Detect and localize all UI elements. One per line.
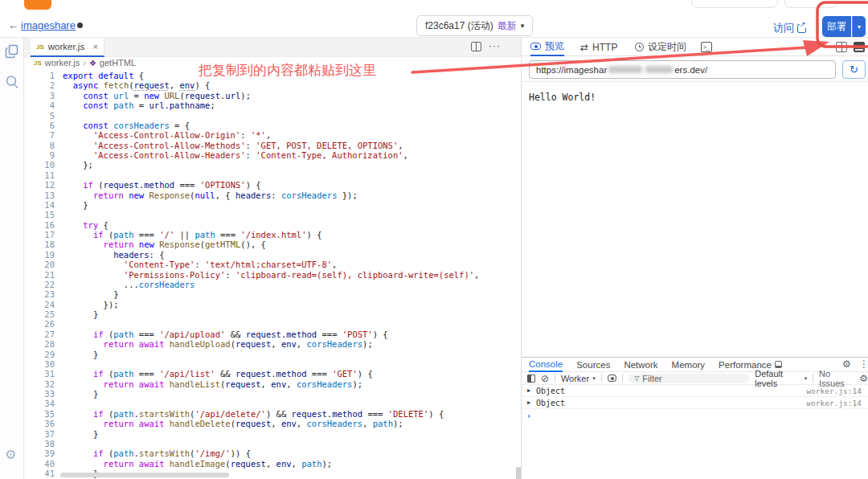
devtools-tab-network[interactable]: Network (624, 358, 657, 372)
console-log-entry[interactable]: ▶Objectworker.js:14 (522, 385, 868, 397)
line-number: 26 (24, 319, 55, 329)
devtools-tab-sources[interactable]: Sources (576, 358, 610, 372)
code-line[interactable]: } (63, 200, 514, 210)
code-line[interactable]: if (path === '/api/upload' && request.me… (63, 330, 514, 339)
code-line[interactable]: try { (63, 220, 514, 230)
chevron-down-icon: ▾ (521, 22, 525, 30)
code-line[interactable]: return new Response(null, { headers: cor… (63, 190, 514, 200)
breadcrumb-file[interactable]: worker.js (45, 58, 80, 68)
code-line[interactable]: } (63, 429, 514, 439)
devtools-tab-console[interactable]: Console (529, 358, 563, 372)
horizontal-scrollbar[interactable] (60, 473, 229, 477)
top-cropped-button[interactable] (691, 0, 778, 8)
code-line[interactable]: } (63, 309, 514, 319)
code-line[interactable]: 'Access-Control-Allow-Origin': '*', (63, 130, 514, 140)
layout-grid-icon[interactable] (836, 42, 847, 52)
code-line[interactable] (63, 439, 514, 448)
code-line[interactable]: } (63, 350, 514, 359)
code-line[interactable]: const corsHeaders = { (63, 121, 514, 130)
code-line[interactable] (63, 319, 514, 329)
breadcrumb-symbol[interactable]: getHTML (100, 58, 136, 68)
code-line[interactable]: if (path === '/' || path === '/index.htm… (63, 230, 514, 240)
back-arrow-icon[interactable]: ← (8, 19, 18, 31)
tab-http[interactable]: ⇄ HTTP (580, 38, 617, 56)
code-line[interactable] (63, 210, 514, 219)
log-source-link[interactable]: worker.js:14 (806, 387, 862, 395)
url-input[interactable]: https://imageshar ers.dev/ (529, 60, 836, 79)
funnel-icon: ▽ (634, 375, 639, 382)
deploy-button[interactable]: 部署 (822, 16, 851, 37)
expand-triangle-icon[interactable]: ▶ (527, 387, 530, 394)
split-editor-icon[interactable] (471, 42, 481, 51)
devtools-tab-label: Sources (576, 360, 610, 370)
external-link-icon (797, 24, 806, 33)
preview-rendered-output: Hello World! (529, 92, 596, 103)
files-icon[interactable] (5, 44, 19, 59)
tab-preview[interactable]: 预览 (530, 38, 564, 56)
visit-link[interactable]: 访问 (773, 21, 806, 35)
code-line[interactable]: 'Permissions-Policy': 'clipboard-read=(s… (63, 270, 514, 280)
gear-icon[interactable]: ⚙ (5, 447, 19, 461)
code-line[interactable]: }; (63, 160, 514, 170)
code-line[interactable]: return await handleList(request, env, co… (63, 379, 514, 389)
code-line[interactable]: ...corsHeaders (63, 280, 514, 289)
code-line[interactable]: } (63, 289, 514, 299)
line-number: 23 (24, 289, 55, 299)
devtools-more-icon[interactable]: ⋮ (859, 358, 868, 370)
code-line[interactable]: return new Response(getHTML(), { (63, 240, 514, 249)
code-line[interactable]: return await handleImage(request, env, p… (63, 459, 514, 469)
code-line[interactable]: return await handleUpload(request, env, … (63, 339, 514, 349)
url-redacted-segment (608, 66, 642, 73)
code-line[interactable]: if (path.startsWith('/api/delete/') && r… (63, 409, 514, 419)
breadcrumb[interactable]: JS worker.js › ❖ getHTML (34, 58, 136, 68)
code-line[interactable]: if (path.startsWith('/img/')) { (63, 448, 514, 458)
more-actions-icon[interactable]: ··· (489, 40, 501, 51)
version-dropdown[interactable]: f23c6a17 (活动) 最新 ▾ (416, 15, 533, 36)
line-number: 24 (24, 300, 55, 309)
close-icon[interactable]: × (93, 42, 98, 51)
method-symbol-icon: ❖ (89, 59, 96, 68)
project-breadcrumb-link[interactable]: imageshare (21, 19, 76, 31)
code-line[interactable] (63, 359, 514, 369)
terminal-tab-icon[interactable]: >_ (701, 42, 712, 52)
log-source-link[interactable]: worker.js:14 (806, 399, 862, 407)
console-log-entry[interactable]: ▶Objectworker.js:14 (522, 397, 868, 409)
chevron-right-icon: › (83, 58, 86, 68)
code-line[interactable]: }); (63, 300, 514, 309)
console-filter-input[interactable]: ▽ Filter (628, 374, 749, 383)
tab-schedule[interactable]: 设定时间 (635, 38, 686, 56)
code-line[interactable]: 'Content-Type': 'text/html;charset=UTF-8… (63, 260, 514, 269)
code-line[interactable] (63, 399, 514, 408)
code-area[interactable]: export default { async fetch(request, en… (63, 71, 514, 479)
devtools-tab-memory[interactable]: Memory (672, 358, 706, 372)
refresh-button[interactable]: ↻ (842, 60, 866, 79)
code-line[interactable]: 'Access-Control-Allow-Headers': 'Content… (63, 150, 514, 160)
code-line[interactable]: const url = new URL(request.url); (63, 91, 514, 100)
code-line[interactable]: if (path === '/api/list' && request.meth… (63, 369, 514, 379)
devtools-toggle-icon[interactable] (854, 42, 865, 52)
code-line[interactable] (63, 111, 514, 121)
context-dropdown[interactable]: Worker ▾ (561, 374, 596, 383)
code-line[interactable]: 'Access-Control-Allow-Methods': 'GET, PO… (63, 141, 514, 150)
expand-triangle-icon[interactable]: ▶ (527, 399, 530, 406)
code-line[interactable]: export default { (63, 71, 514, 80)
code-line[interactable]: async fetch(request, env) { (63, 80, 514, 90)
code-line[interactable]: const path = url.pathname; (63, 100, 514, 110)
code-line[interactable]: return await handleDelete(request, env, … (63, 419, 514, 428)
top-cropped-button[interactable] (784, 0, 837, 8)
console-prompt-chevron[interactable]: › (526, 411, 531, 420)
code-line[interactable]: if (request.method === 'OPTIONS') { (63, 180, 514, 190)
search-icon[interactable] (5, 75, 19, 89)
code-line[interactable] (63, 170, 514, 180)
clear-console-icon[interactable]: ⊘ (541, 374, 549, 383)
code-line[interactable]: headers: { (63, 250, 514, 260)
live-expression-eye-icon[interactable] (608, 375, 617, 382)
code-line[interactable]: } (63, 389, 514, 399)
deploy-dropdown-caret[interactable]: ▾ (852, 16, 866, 37)
line-number: 18 (24, 240, 55, 249)
line-number: 25 (24, 309, 55, 319)
line-number: 38 (24, 439, 55, 448)
console-settings-gear-icon[interactable]: ⚙ (859, 373, 868, 384)
tab-worker-js[interactable]: JS worker.js × (31, 38, 104, 57)
console-sidebar-icon[interactable] (527, 375, 535, 383)
